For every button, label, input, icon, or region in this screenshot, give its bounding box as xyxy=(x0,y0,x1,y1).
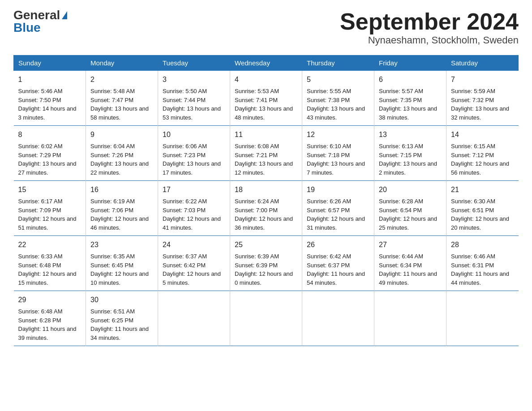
day-info: Sunrise: 6:28 AMSunset: 6:54 PMDaylight:… xyxy=(379,197,442,232)
title-block: September 2024 Nynaeshamn, Stockholm, Sw… xyxy=(340,9,519,46)
day-number: 9 xyxy=(90,129,153,140)
calendar-cell: 13Sunrise: 6:13 AMSunset: 7:15 PMDayligh… xyxy=(374,126,446,181)
day-info: Sunrise: 6:17 AMSunset: 7:09 PMDaylight:… xyxy=(18,197,82,232)
calendar-cell: 23Sunrise: 6:35 AMSunset: 6:45 PMDayligh… xyxy=(86,236,158,291)
calendar-cell: 7Sunrise: 5:59 AMSunset: 7:32 PMDaylight… xyxy=(446,71,519,126)
day-number: 30 xyxy=(90,295,153,305)
calendar-table: SundayMondayTuesdayWednesdayThursdayFrid… xyxy=(13,55,519,346)
calendar-cell xyxy=(374,291,446,346)
day-number: 24 xyxy=(163,240,225,250)
calendar-cell: 25Sunrise: 6:39 AMSunset: 6:39 PMDayligh… xyxy=(230,236,302,291)
day-info: Sunrise: 6:04 AMSunset: 7:26 PMDaylight:… xyxy=(90,142,153,177)
header-wednesday: Wednesday xyxy=(230,56,302,71)
day-info: Sunrise: 6:44 AMSunset: 6:34 PMDaylight:… xyxy=(379,252,442,287)
day-info: Sunrise: 6:39 AMSunset: 6:39 PMDaylight:… xyxy=(235,252,297,287)
calendar-cell: 9Sunrise: 6:04 AMSunset: 7:26 PMDaylight… xyxy=(86,126,158,181)
day-number: 22 xyxy=(18,240,82,250)
calendar-cell: 10Sunrise: 6:06 AMSunset: 7:23 PMDayligh… xyxy=(158,126,230,181)
day-number: 12 xyxy=(307,129,369,140)
day-info: Sunrise: 6:22 AMSunset: 7:03 PMDaylight:… xyxy=(163,197,225,232)
day-number: 19 xyxy=(307,184,369,195)
day-info: Sunrise: 6:37 AMSunset: 6:42 PMDaylight:… xyxy=(163,252,225,287)
day-number: 7 xyxy=(451,74,514,85)
calendar-cell: 19Sunrise: 6:26 AMSunset: 6:57 PMDayligh… xyxy=(302,181,374,236)
day-number: 23 xyxy=(90,240,153,250)
day-info: Sunrise: 6:48 AMSunset: 6:28 PMDaylight:… xyxy=(18,307,82,342)
calendar-week-row: 22Sunrise: 6:33 AMSunset: 6:48 PMDayligh… xyxy=(14,236,519,291)
day-number: 16 xyxy=(90,184,153,195)
calendar-cell: 17Sunrise: 6:22 AMSunset: 7:03 PMDayligh… xyxy=(158,181,230,236)
calendar-cell: 22Sunrise: 6:33 AMSunset: 6:48 PMDayligh… xyxy=(14,236,86,291)
calendar-cell: 29Sunrise: 6:48 AMSunset: 6:28 PMDayligh… xyxy=(14,291,86,346)
calendar-week-row: 15Sunrise: 6:17 AMSunset: 7:09 PMDayligh… xyxy=(14,181,519,236)
day-info: Sunrise: 5:55 AMSunset: 7:38 PMDaylight:… xyxy=(307,87,369,122)
calendar-cell: 24Sunrise: 6:37 AMSunset: 6:42 PMDayligh… xyxy=(158,236,230,291)
logo-blue-text: Blue xyxy=(13,21,41,34)
logo-general-text: General xyxy=(13,9,60,21)
calendar-cell xyxy=(158,291,230,346)
day-number: 10 xyxy=(163,129,225,140)
day-info: Sunrise: 6:06 AMSunset: 7:23 PMDaylight:… xyxy=(163,142,225,177)
day-info: Sunrise: 6:30 AMSunset: 6:51 PMDaylight:… xyxy=(451,197,514,232)
calendar-cell xyxy=(230,291,302,346)
calendar-cell: 26Sunrise: 6:42 AMSunset: 6:37 PMDayligh… xyxy=(302,236,374,291)
calendar-cell: 28Sunrise: 6:46 AMSunset: 6:31 PMDayligh… xyxy=(446,236,519,291)
calendar-cell: 6Sunrise: 5:57 AMSunset: 7:35 PMDaylight… xyxy=(374,71,446,126)
calendar-cell: 21Sunrise: 6:30 AMSunset: 6:51 PMDayligh… xyxy=(446,181,519,236)
logo-triangle-icon xyxy=(62,11,67,19)
day-info: Sunrise: 6:02 AMSunset: 7:29 PMDaylight:… xyxy=(18,142,82,177)
day-info: Sunrise: 6:15 AMSunset: 7:12 PMDaylight:… xyxy=(451,142,514,177)
day-number: 27 xyxy=(379,240,442,250)
calendar-cell: 4Sunrise: 5:53 AMSunset: 7:41 PMDaylight… xyxy=(230,71,302,126)
day-info: Sunrise: 6:46 AMSunset: 6:31 PMDaylight:… xyxy=(451,252,514,287)
day-info: Sunrise: 6:24 AMSunset: 7:00 PMDaylight:… xyxy=(235,197,297,232)
day-number: 25 xyxy=(235,240,297,250)
calendar-cell xyxy=(302,291,374,346)
day-info: Sunrise: 6:35 AMSunset: 6:45 PMDaylight:… xyxy=(90,252,153,287)
day-info: Sunrise: 5:48 AMSunset: 7:47 PMDaylight:… xyxy=(90,87,153,122)
day-number: 20 xyxy=(379,184,442,195)
day-number: 26 xyxy=(307,240,369,250)
day-info: Sunrise: 6:42 AMSunset: 6:37 PMDaylight:… xyxy=(307,252,369,287)
calendar-cell: 12Sunrise: 6:10 AMSunset: 7:18 PMDayligh… xyxy=(302,126,374,181)
calendar-header-row: SundayMondayTuesdayWednesdayThursdayFrid… xyxy=(14,56,519,71)
day-info: Sunrise: 5:53 AMSunset: 7:41 PMDaylight:… xyxy=(235,87,297,122)
calendar-cell xyxy=(446,291,519,346)
day-number: 13 xyxy=(379,129,442,140)
day-info: Sunrise: 5:46 AMSunset: 7:50 PMDaylight:… xyxy=(18,87,82,122)
calendar-cell: 16Sunrise: 6:19 AMSunset: 7:06 PMDayligh… xyxy=(86,181,158,236)
day-info: Sunrise: 6:51 AMSunset: 6:25 PMDaylight:… xyxy=(90,307,153,342)
header-friday: Friday xyxy=(374,56,446,71)
calendar-cell: 2Sunrise: 5:48 AMSunset: 7:47 PMDaylight… xyxy=(86,71,158,126)
day-info: Sunrise: 6:19 AMSunset: 7:06 PMDaylight:… xyxy=(90,197,153,232)
day-info: Sunrise: 6:26 AMSunset: 6:57 PMDaylight:… xyxy=(307,197,369,232)
day-number: 14 xyxy=(451,129,514,140)
calendar-cell: 27Sunrise: 6:44 AMSunset: 6:34 PMDayligh… xyxy=(374,236,446,291)
calendar-week-row: 1Sunrise: 5:46 AMSunset: 7:50 PMDaylight… xyxy=(14,71,519,126)
day-number: 28 xyxy=(451,240,514,250)
day-number: 5 xyxy=(307,74,369,85)
day-number: 21 xyxy=(451,184,514,195)
day-info: Sunrise: 6:33 AMSunset: 6:48 PMDaylight:… xyxy=(18,252,82,287)
calendar-week-row: 29Sunrise: 6:48 AMSunset: 6:28 PMDayligh… xyxy=(14,291,519,346)
day-number: 15 xyxy=(18,184,82,195)
calendar-cell: 15Sunrise: 6:17 AMSunset: 7:09 PMDayligh… xyxy=(14,181,86,236)
calendar-cell: 30Sunrise: 6:51 AMSunset: 6:25 PMDayligh… xyxy=(86,291,158,346)
day-info: Sunrise: 5:59 AMSunset: 7:32 PMDaylight:… xyxy=(451,87,514,122)
day-number: 8 xyxy=(18,129,82,140)
header-saturday: Saturday xyxy=(446,56,519,71)
calendar-week-row: 8Sunrise: 6:02 AMSunset: 7:29 PMDaylight… xyxy=(14,126,519,181)
logo: General Blue xyxy=(13,9,67,34)
day-number: 18 xyxy=(235,184,297,195)
calendar-cell: 18Sunrise: 6:24 AMSunset: 7:00 PMDayligh… xyxy=(230,181,302,236)
day-info: Sunrise: 5:57 AMSunset: 7:35 PMDaylight:… xyxy=(379,87,442,122)
header-sunday: Sunday xyxy=(14,56,86,71)
calendar-title: September 2024 xyxy=(340,9,519,34)
calendar-cell: 8Sunrise: 6:02 AMSunset: 7:29 PMDaylight… xyxy=(14,126,86,181)
day-info: Sunrise: 5:50 AMSunset: 7:44 PMDaylight:… xyxy=(163,87,225,122)
day-number: 2 xyxy=(90,74,153,85)
day-number: 29 xyxy=(18,295,82,305)
day-number: 6 xyxy=(379,74,442,85)
page-header: General Blue September 2024 Nynaeshamn, … xyxy=(13,9,519,46)
calendar-subtitle: Nynaeshamn, Stockholm, Sweden xyxy=(340,34,519,46)
